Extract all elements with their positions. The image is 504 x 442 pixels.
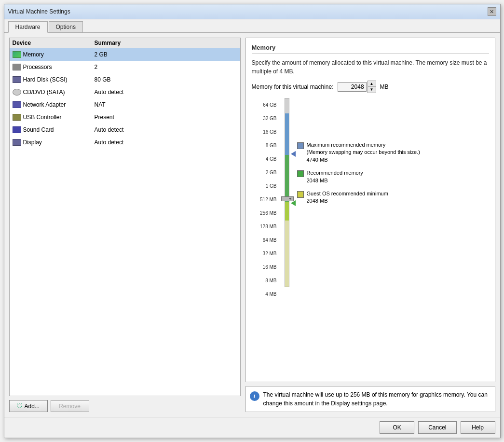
table-header: Device Summary xyxy=(10,38,240,48)
legend-item-0: Maximum recommended memory (Memory swapp… xyxy=(297,141,420,164)
slider-label-1gb: 1 GB xyxy=(252,179,277,193)
slider-label-4gb: 4 GB xyxy=(252,152,277,166)
memory-up-button[interactable]: ▲ xyxy=(368,81,376,87)
slider-label-64gb: 64 GB xyxy=(252,98,277,111)
legend-label-0: Maximum recommended memory xyxy=(307,141,420,149)
device-name-display: Display xyxy=(23,139,95,146)
right-panel: Memory Specify the amount of memory allo… xyxy=(245,38,495,412)
slider-label-16mb: 16 MB xyxy=(252,260,277,274)
left-panel: Device Summary Memory 2 GB Processors 2 … xyxy=(9,38,241,412)
memory-spinners: ▲ ▼ xyxy=(368,81,376,93)
device-row-hard-disk[interactable]: Hard Disk (SCSI) 80 GB xyxy=(10,73,240,86)
add-button[interactable]: 🛡 Add... xyxy=(9,400,48,412)
memory-icon xyxy=(13,51,21,58)
slider-track: ◄ xyxy=(285,98,289,287)
device-summary-hard-disk: 80 GB xyxy=(95,76,237,83)
col-device-header: Device xyxy=(13,40,95,46)
device-name-usb: USB Controller xyxy=(23,114,95,121)
legend-text-2: Guest OS recommended minimum 2048 MB xyxy=(307,190,388,205)
memory-description: Specify the amount of memory allocated t… xyxy=(252,58,489,76)
device-row-memory[interactable]: Memory 2 GB xyxy=(10,48,240,61)
memory-value-input[interactable] xyxy=(338,82,367,92)
slider-handle[interactable]: ◄ xyxy=(281,196,294,201)
info-icon: i xyxy=(250,391,259,401)
legend-item-1: Recommended memory 2048 MB xyxy=(297,169,420,184)
legend-text-0: Maximum recommended memory (Memory swapp… xyxy=(307,141,420,164)
slider-label-16gb: 16 GB xyxy=(252,125,277,138)
footer-buttons: OK Cancel Help xyxy=(4,417,500,438)
slider-label-8mb: 8 MB xyxy=(252,274,277,287)
slider-label-512mb: 512 MB xyxy=(252,193,277,206)
legend-value-2: 2048 MB xyxy=(307,197,388,205)
device-row-usb[interactable]: USB Controller Present xyxy=(10,111,240,124)
device-row-processors[interactable]: Processors 2 xyxy=(10,61,240,73)
usb-icon xyxy=(13,114,21,121)
device-name-cdrom: CD/DVD (SATA) xyxy=(23,89,95,96)
col-summary-header: Summary xyxy=(95,40,237,46)
memory-input-wrap: ▲ ▼ xyxy=(338,81,376,93)
add-label: Add... xyxy=(25,403,40,410)
device-rows: Memory 2 GB Processors 2 Hard Disk (SCSI… xyxy=(10,48,240,149)
device-row-network[interactable]: Network Adapter NAT xyxy=(10,98,240,111)
device-summary-display: Auto detect xyxy=(95,139,237,146)
device-row-sound[interactable]: Sound Card Auto detect xyxy=(10,124,240,136)
slider-label-32mb: 32 MB xyxy=(252,247,277,260)
info-box: i The virtual machine will use up to 256… xyxy=(245,386,495,412)
device-summary-sound: Auto detect xyxy=(95,126,237,133)
slider-label-32gb: 32 GB xyxy=(252,111,277,125)
cdrom-icon xyxy=(13,89,21,96)
legend-label-2: Guest OS recommended minimum xyxy=(307,190,388,197)
legend-box-1 xyxy=(297,170,304,177)
legend-label-1: Recommended memory xyxy=(307,169,363,177)
help-button[interactable]: Help xyxy=(461,421,495,434)
memory-unit-label: MB xyxy=(380,83,389,90)
display-icon xyxy=(13,139,21,146)
slider-label-64mb: 64 MB xyxy=(252,233,277,247)
device-name-hard-disk: Hard Disk (SCSI) xyxy=(23,76,95,83)
memory-down-button[interactable]: ▼ xyxy=(368,87,376,93)
legend-box-2 xyxy=(297,191,304,198)
bottom-buttons: 🛡 Add... Remove xyxy=(9,400,241,412)
memory-input-row: Memory for this virtual machine: ▲ ▼ MB xyxy=(252,81,489,93)
legend-box-0 xyxy=(297,142,304,149)
content-area: Device Summary Memory 2 GB Processors 2 … xyxy=(4,33,500,417)
info-text: The virtual machine will use up to 256 M… xyxy=(263,390,491,408)
sound-icon xyxy=(13,126,21,133)
device-name-memory: Memory xyxy=(23,51,95,58)
legend-value-0: 4740 MB xyxy=(307,156,420,164)
legend-sublabel-0: (Memory swapping may occur beyond this s… xyxy=(307,149,420,156)
tab-bar: Hardware Options xyxy=(4,19,500,33)
device-name-processors: Processors xyxy=(23,64,95,70)
device-summary-processors: 2 xyxy=(95,64,237,70)
device-row-display[interactable]: Display Auto detect xyxy=(10,136,240,149)
slider-label-col: 64 GB32 GB16 GB8 GB4 GB2 GB1 GB512 MB256… xyxy=(252,98,277,376)
close-button[interactable]: ✕ xyxy=(488,7,496,16)
remove-button[interactable]: Remove xyxy=(51,400,89,412)
tab-hardware[interactable]: Hardware xyxy=(8,21,48,33)
memory-input-label: Memory for this virtual machine: xyxy=(252,83,334,90)
slider-label-2gb: 2 GB xyxy=(252,166,277,179)
slider-label-8gb: 8 GB xyxy=(252,138,277,152)
title-bar: Virtual Machine Settings ✕ xyxy=(4,4,500,19)
device-summary-cdrom: Auto detect xyxy=(95,89,237,96)
legend-area: Maximum recommended memory (Memory swapp… xyxy=(297,98,420,376)
window-title: Virtual Machine Settings xyxy=(8,8,70,15)
max-recommended-marker xyxy=(291,151,296,157)
network-icon xyxy=(13,101,21,108)
add-shield-icon: 🛡 xyxy=(16,402,23,410)
legend-item-2: Guest OS recommended minimum 2048 MB xyxy=(297,190,420,205)
device-row-cdrom[interactable]: CD/DVD (SATA) Auto detect xyxy=(10,86,240,98)
slider-area: 64 GB32 GB16 GB8 GB4 GB2 GB1 GB512 MB256… xyxy=(252,98,489,376)
device-name-sound: Sound Card xyxy=(23,126,95,133)
memory-section-title: Memory xyxy=(252,44,489,54)
slider-label-128mb: 128 MB xyxy=(252,220,277,233)
virtual-machine-settings-window: Virtual Machine Settings ✕ Hardware Opti… xyxy=(4,4,501,438)
ok-button[interactable]: OK xyxy=(380,421,414,434)
tab-options[interactable]: Options xyxy=(49,21,83,32)
disk-icon xyxy=(13,76,21,83)
device-name-network: Network Adapter xyxy=(23,101,95,108)
memory-box: Memory Specify the amount of memory allo… xyxy=(245,38,495,382)
cpu-icon xyxy=(13,64,21,70)
cancel-button[interactable]: Cancel xyxy=(418,421,456,434)
device-summary-usb: Present xyxy=(95,114,237,121)
